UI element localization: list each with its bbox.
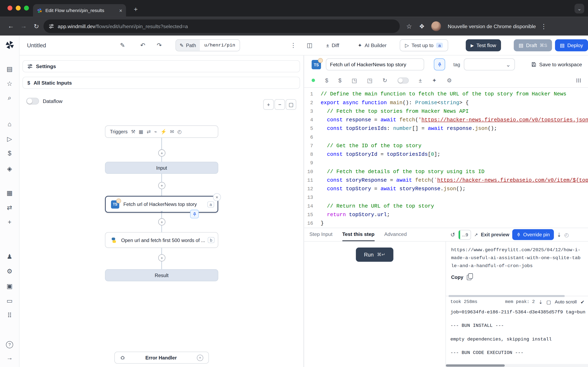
ai-builder-button[interactable]: ✦AI Builder: [355, 39, 389, 51]
websocket-icon[interactable]: ⌁: [154, 129, 157, 134]
back-icon[interactable]: ←: [4, 20, 17, 33]
code-line[interactable]: 7 // Get the ID of the top story: [304, 142, 588, 150]
new-tab-button[interactable]: +: [130, 4, 141, 15]
save-to-workspace-button[interactable]: Save to workspace: [531, 58, 582, 71]
user-icon[interactable]: ♟: [4, 251, 15, 262]
address-bar[interactable]: app.windmill.dev/flows/edit/u/henri/pin_…: [43, 20, 400, 33]
settings-row[interactable]: Settings: [22, 60, 300, 72]
undo-icon[interactable]: ↶: [140, 42, 145, 49]
insert-step-button[interactable]: +: [158, 150, 165, 157]
fit-view-button[interactable]: ▢: [286, 99, 296, 110]
apps-icon[interactable]: ⠿: [4, 310, 15, 321]
tab-advanced[interactable]: Advanced: [384, 228, 407, 241]
runs-icon[interactable]: ▷: [4, 133, 15, 145]
log-panel[interactable]: took 258ms mem peak: 2 ⇣ ▢ Auto scroll ✔…: [446, 296, 588, 364]
tab-step-input[interactable]: Step Input: [309, 228, 332, 241]
code-line[interactable]: 8 const topStoryId = topStoriesIds[0];: [304, 150, 588, 159]
code-line[interactable]: 16}: [304, 219, 588, 227]
tag-select[interactable]: ⌄: [464, 58, 515, 71]
tab-test-this-step[interactable]: Test this step: [342, 228, 374, 241]
window-zoom-button[interactable]: [24, 6, 29, 11]
code-line[interactable]: 6: [304, 133, 588, 142]
forward-icon[interactable]: →: [17, 20, 30, 33]
email-icon[interactable]: ✉: [170, 129, 174, 134]
resources-dollar-icon[interactable]: $: [338, 77, 341, 83]
flow-preview-book-icon[interactable]: ◫: [307, 42, 312, 49]
workers-icon[interactable]: ▣: [4, 281, 15, 292]
history-icon[interactable]: ↺: [450, 231, 455, 238]
triggers-node[interactable]: Triggers ⚒▦⇄⌁⚡✉◴: [105, 125, 218, 138]
collapse-icon[interactable]: →: [4, 352, 15, 364]
run-button[interactable]: Run ⌘↵: [356, 248, 393, 262]
dependencies-icon[interactable]: ◳: [367, 77, 372, 83]
copy-button[interactable]: Copy: [451, 275, 583, 280]
step-a-node[interactable]: TS Fetch url of HackerNews top story a ×…: [105, 196, 218, 213]
more-options-kebab-icon[interactable]: ⋮: [290, 42, 296, 49]
test-up-to-button[interactable]: ▷ Test up to a: [400, 39, 448, 51]
insert-step-button[interactable]: +: [158, 254, 165, 261]
dataflow-toggle[interactable]: [26, 98, 39, 104]
site-info-icon[interactable]: [49, 24, 54, 29]
deploy-button[interactable]: ▤ Deploy: [555, 39, 588, 51]
error-handler-node[interactable]: Error Handler +: [114, 352, 209, 364]
code-line[interactable]: 12 const topStory = await storyResponse.…: [304, 185, 588, 193]
editor-settings-gear-icon[interactable]: ⚙: [447, 77, 452, 83]
code-line[interactable]: 1// Define the main function to fetch th…: [304, 90, 588, 99]
docs-icon[interactable]: ▤: [4, 63, 15, 75]
flow-name[interactable]: Untitled: [27, 42, 46, 49]
result-url[interactable]: https://www.geoffreylitt.com/2025/04/12/…: [451, 247, 583, 270]
log-hscrollbar[interactable]: [446, 364, 588, 367]
test-flow-button[interactable]: ▶ Test flow: [466, 39, 501, 51]
draft-button[interactable]: ▤ Draft ⌘S: [514, 39, 552, 51]
step-b-node[interactable]: Open url and fetch first 500 words of ..…: [105, 232, 218, 248]
redo-icon[interactable]: ↷: [157, 42, 162, 49]
step-title-input[interactable]: [326, 58, 424, 71]
webhook-icon[interactable]: ⚒: [131, 129, 135, 134]
bookmark-star-icon[interactable]: ☆: [403, 20, 415, 33]
expand-logs-icon[interactable]: ▢: [546, 299, 551, 305]
browser-menu-kebab-icon[interactable]: ⋮: [537, 20, 550, 33]
code-line[interactable]: 3 // Fetch the top stories from Hacker N…: [304, 107, 588, 116]
code-line[interactable]: 10 // Fetch the details of the top story…: [304, 167, 588, 176]
window-minimize-button[interactable]: [16, 6, 21, 11]
insert-step-button[interactable]: +: [158, 182, 165, 189]
code-line[interactable]: 9: [304, 159, 588, 167]
help-icon[interactable]: [4, 339, 15, 350]
external-link-icon[interactable]: ↗: [474, 232, 478, 237]
remove-step-icon[interactable]: ×: [213, 193, 221, 201]
folders-icon[interactable]: ▭: [4, 295, 15, 306]
code-line[interactable]: 2export async function main(): Promise<s…: [304, 99, 588, 107]
search-icon[interactable]: ⌕: [4, 92, 15, 104]
code-editor[interactable]: 1// Define the main function to fetch th…: [304, 88, 588, 228]
path-chip[interactable]: ✎Path u/henri/pin: [176, 39, 240, 51]
edit-name-pencil-icon[interactable]: ✎: [120, 42, 125, 49]
poll-icon[interactable]: ◴: [177, 129, 182, 134]
diff-button[interactable]: ±Diff: [324, 39, 341, 51]
variables-icon[interactable]: $: [4, 148, 15, 159]
diff-icon[interactable]: ±: [419, 77, 422, 83]
all-static-inputs-row[interactable]: $ All Static Inputs: [22, 77, 300, 89]
library-icon[interactable]: ☰: [575, 78, 582, 83]
reload-icon[interactable]: ↻: [30, 20, 43, 33]
pin-toggle-button[interactable]: [434, 58, 445, 71]
browser-tab[interactable]: Edit Flow u/henri/pin_results ×: [33, 4, 126, 17]
result-node[interactable]: Result: [105, 269, 218, 281]
package-icon[interactable]: ◳: [352, 77, 357, 83]
override-pin-button[interactable]: Override pin: [512, 229, 554, 240]
resources-icon[interactable]: ◈: [4, 163, 15, 174]
hscrollbar-thumb[interactable]: [446, 364, 505, 367]
code-line[interactable]: 15 return topStory.url;: [304, 210, 588, 219]
code-line[interactable]: 4 const response = await fetch('https://…: [304, 116, 588, 124]
job-history-chip[interactable]: ...9: [458, 230, 471, 240]
schedules-icon[interactable]: ▦: [4, 187, 15, 198]
tab-search-chevron-icon[interactable]: ⌄: [575, 4, 584, 13]
add-error-handler-icon[interactable]: +: [197, 354, 203, 361]
windmill-logo[interactable]: [5, 40, 15, 50]
window-close-button[interactable]: [8, 6, 12, 11]
home-icon[interactable]: ⌂: [4, 119, 15, 130]
code-line[interactable]: 5 const topStoriesIds: number[] = await …: [304, 124, 588, 133]
schedule-icon[interactable]: ▦: [139, 129, 143, 134]
variables-icon[interactable]: $: [325, 77, 328, 83]
node-pin-indicator[interactable]: [190, 210, 199, 218]
download-logs-icon[interactable]: ⇣: [539, 299, 543, 305]
